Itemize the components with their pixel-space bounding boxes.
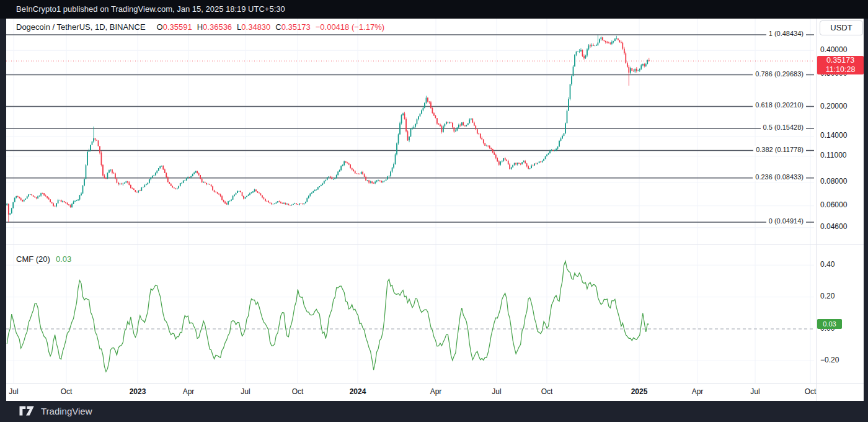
time-axis-label: Oct: [797, 387, 824, 396]
footer-brand[interactable]: TradingView: [41, 406, 92, 416]
ohlc-value: 0.35591: [163, 22, 192, 32]
tradingview-logo-icon[interactable]: [19, 405, 35, 417]
cmf-axis-label: −0.20: [820, 356, 839, 364]
price-axis-label: 0.06000: [820, 200, 847, 209]
cmf-title[interactable]: CMF (20): [16, 254, 50, 264]
time-axis-label: Oct: [284, 387, 311, 396]
attribution-text: BeInCrypto1 published on TradingView.com…: [16, 4, 285, 14]
symbol-title[interactable]: Dogecoin / TetherUS, 1D, BINANCE: [16, 22, 146, 32]
price-axis-label: 0.11000: [820, 151, 847, 159]
chart-canvas[interactable]: [6, 19, 868, 401]
price-axis-label: 0.14000: [820, 131, 847, 140]
time-axis-label: 2025: [626, 387, 653, 396]
time-axis-label: Jul: [742, 387, 769, 396]
chart-card: Dogecoin / TetherUS, 1D, BINANCEO0.35591…: [6, 19, 864, 401]
time-axis-label: Apr: [422, 387, 450, 396]
ohlc-key: C: [275, 22, 281, 32]
price-axis-label: 0.20000: [820, 102, 847, 110]
cmf-value: 0.03: [56, 254, 71, 264]
ohlc-key: H: [197, 22, 203, 32]
fib-level-label: 0.618 (0.20210): [753, 101, 806, 109]
bar-countdown: 11:10:28: [817, 65, 864, 74]
time-axis-label: Jul: [0, 387, 27, 396]
time-axis-label: Oct: [53, 387, 80, 396]
cmf-axis-label: 0.20: [820, 292, 835, 300]
cmf-value-badge: 0.03: [817, 319, 842, 329]
change-value: −0.00418 (−1.17%): [316, 22, 384, 32]
attribution-bar: BeInCrypto1 published on TradingView.com…: [0, 0, 868, 19]
time-axis-label: Jul: [232, 387, 259, 396]
time-axis-label: Oct: [533, 387, 560, 396]
ohlc-value: 0.36536: [203, 22, 232, 32]
time-axis-label: 2024: [344, 387, 371, 396]
time-axis-label: Apr: [175, 387, 202, 396]
ohlc-key: O: [157, 22, 163, 32]
footer-bar: TradingView: [19, 405, 92, 417]
cmf-indicator-legend: CMF (20)0.03: [16, 254, 71, 264]
fib-level-label: 0.786 (0.29683): [753, 70, 806, 78]
symbol-legend: Dogecoin / TetherUS, 1D, BINANCEO0.35591…: [16, 22, 384, 32]
fib-level-label: 0.5 (0.15428): [761, 123, 806, 131]
time-axis-label: Jul: [483, 387, 510, 396]
price-axis-label: 0.08000: [820, 177, 847, 186]
last-price: 0.35173: [817, 56, 864, 65]
ohlc-values: O0.35591H0.36536L0.34830C0.35173: [152, 22, 311, 32]
cmf-axis-label: 0.40: [820, 260, 835, 269]
fib-level-label: 1 (0.48434): [766, 30, 806, 37]
ohlc-value: 0.35173: [281, 22, 311, 32]
currency-toggle-button[interactable]: USDT: [820, 20, 863, 35]
time-axis-label: 2023: [124, 387, 151, 396]
fib-level-label: 0 (0.04914): [766, 217, 806, 225]
time-axis-label: Apr: [684, 387, 711, 396]
price-axis-label: 0.04600: [820, 222, 847, 231]
fib-level-label: 0.236 (0.08433): [753, 173, 806, 181]
price-axis-label: 0.40000: [820, 45, 847, 54]
ohlc-value: 0.34830: [241, 22, 270, 32]
last-price-badge: 0.35173 11:10:28: [817, 56, 864, 74]
fib-level-label: 0.382 (0.11778): [753, 146, 806, 153]
